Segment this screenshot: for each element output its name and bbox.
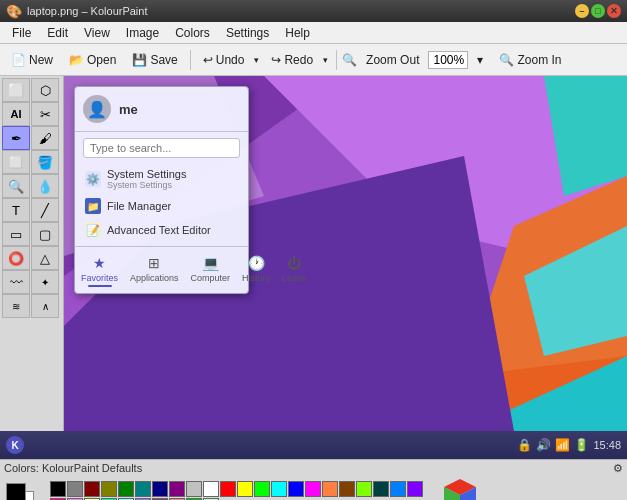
color-swatch[interactable] [322,481,338,497]
curve-tool[interactable]: 〰 [2,270,30,294]
color-swatch[interactable] [373,481,389,497]
menu-file[interactable]: File [4,24,39,42]
color-wash-tool[interactable]: ≋ [2,294,30,318]
menu-colors[interactable]: Colors [167,24,218,42]
tool-row-7: ▭ ▢ [2,222,61,246]
sep1 [190,50,191,70]
kde-tab-leave[interactable]: ⏻ Leave [276,253,313,289]
color-swatch[interactable] [118,481,134,497]
color-swatch[interactable] [356,481,372,497]
foreground-color-box[interactable] [6,483,26,500]
color-swatch[interactable] [305,481,321,497]
kde-popup-tabs: ★ Favorites ⊞ Applications 💻 Computer 🕐 … [75,246,248,289]
spray-tool[interactable]: ✦ [31,270,59,294]
close-button[interactable]: ✕ [607,4,621,18]
minimize-button[interactable]: – [575,4,589,18]
canvas-area[interactable]: 👤 me ⚙️ System Settings System Settings … [64,76,627,431]
color-swatch[interactable] [339,481,355,497]
taskbar: K 🔒 🔊 📶 🔋 15:48 [0,431,627,459]
redo-button[interactable]: ↪ Redo [264,49,320,71]
kde-tab-history[interactable]: 🕐 History [236,253,276,289]
color-swatch[interactable] [390,481,406,497]
color-swatch[interactable] [135,481,151,497]
sep2 [336,50,337,70]
line-tool[interactable]: ╱ [31,198,59,222]
color-swatch[interactable] [254,481,270,497]
zoom-in-button[interactable]: 🔍 Zoom In [492,49,568,71]
kde-tab-applications[interactable]: ⊞ Applications [124,253,185,289]
settings-icon: ⚙️ [85,171,101,187]
text-tool[interactable]: T [2,198,30,222]
color-swatch[interactable] [271,481,287,497]
menu-settings[interactable]: Settings [218,24,277,42]
select-free-tool[interactable]: ⬡ [31,78,59,102]
brush-tool[interactable]: 🖌 [31,126,59,150]
taskbar-right: 🔒 🔊 📶 🔋 15:48 [517,438,621,452]
open-button[interactable]: 📂 Open [62,49,123,71]
color-swatch[interactable] [186,481,202,497]
color-cube-icon [440,477,480,500]
battery-icon[interactable]: 🔋 [574,438,589,452]
menu-edit[interactable]: Edit [39,24,76,42]
ellipse-tool[interactable]: ⭕ [2,246,30,270]
text-editor-label: Advanced Text Editor [107,224,211,236]
polyline-tool[interactable]: ∧ [31,294,59,318]
ai-tool[interactable]: AI [2,102,30,126]
color-swatch[interactable] [152,481,168,497]
palette-settings-icon[interactable]: ⚙ [613,462,623,475]
poly-tool[interactable]: △ [31,246,59,270]
undo-dropdown[interactable]: ▾ [251,51,262,69]
color-swatch[interactable] [84,481,100,497]
maximize-button[interactable]: □ [591,4,605,18]
color-swatch[interactable] [237,481,253,497]
color-swatch[interactable] [220,481,236,497]
kde-file-manager[interactable]: 📁 File Manager [75,194,248,218]
color-swatch[interactable] [203,481,219,497]
tool-row-1: ⬜ ⬡ [2,78,61,102]
select-rect-tool[interactable]: ⬜ [2,78,30,102]
color-swatch[interactable] [169,481,185,497]
new-button[interactable]: 📄 New [4,49,60,71]
favorites-icon: ★ [93,255,106,271]
color-swatch[interactable] [101,481,117,497]
kde-text-editor[interactable]: 📝 Advanced Text Editor [75,218,248,242]
wifi-icon[interactable]: 📶 [555,438,570,452]
toolbox: ⬜ ⬡ AI ✂ ✒ 🖌 ⬜ 🪣 🔍 💧 T ╱ ▭ ▢ ⭕ △ [0,76,64,431]
menu-help[interactable]: Help [277,24,318,42]
pen-tool[interactable]: ✒ [2,126,30,150]
save-button[interactable]: 💾 Save [125,49,184,71]
kde-tab-favorites[interactable]: ★ Favorites [75,253,124,289]
rounded-rect-tool[interactable]: ▢ [31,222,59,246]
kde-search-input[interactable] [83,138,240,158]
color-swatch[interactable] [407,481,423,497]
redo-dropdown[interactable]: ▾ [320,51,331,69]
volume-icon[interactable]: 🔊 [536,438,551,452]
title-bar-title: laptop.png – KolourPaint [27,5,147,17]
color-swatch[interactable] [67,481,83,497]
network-icon[interactable]: 🔒 [517,438,532,452]
kde-system-settings[interactable]: ⚙️ System Settings System Settings [75,164,248,194]
color-palette-area: Colors: KolourPaint Defaults ⚙ [0,459,627,500]
crop-tool[interactable]: ✂ [31,102,59,126]
color-swatch[interactable] [50,481,66,497]
menu-image[interactable]: Image [118,24,167,42]
tool-row-3: ✒ 🖌 [2,126,61,150]
kde-start-button[interactable]: K [6,436,24,454]
zoom-tool[interactable]: 🔍 [2,174,30,198]
title-bar: 🎨 laptop.png – KolourPaint – □ ✕ [0,0,627,22]
color-swatch[interactable] [288,481,304,497]
zoom-out-button[interactable]: Zoom Out [359,49,426,71]
save-icon: 💾 [132,53,147,67]
undo-button[interactable]: ↩ Undo [196,49,252,71]
eraser-tool[interactable]: ⬜ [2,150,30,174]
rect-tool[interactable]: ▭ [2,222,30,246]
menu-view[interactable]: View [76,24,118,42]
zoom-level-dropdown[interactable]: ▾ [470,49,490,71]
zoom-icon: 🔍 [342,53,357,67]
swatches-container [50,481,430,501]
file-manager-icon: 📁 [85,198,101,214]
fill-tool[interactable]: 🪣 [31,150,59,174]
color-pick-tool[interactable]: 💧 [31,174,59,198]
redo-group: ↪ Redo ▾ [264,49,331,71]
kde-tab-computer[interactable]: 💻 Computer [185,253,237,289]
